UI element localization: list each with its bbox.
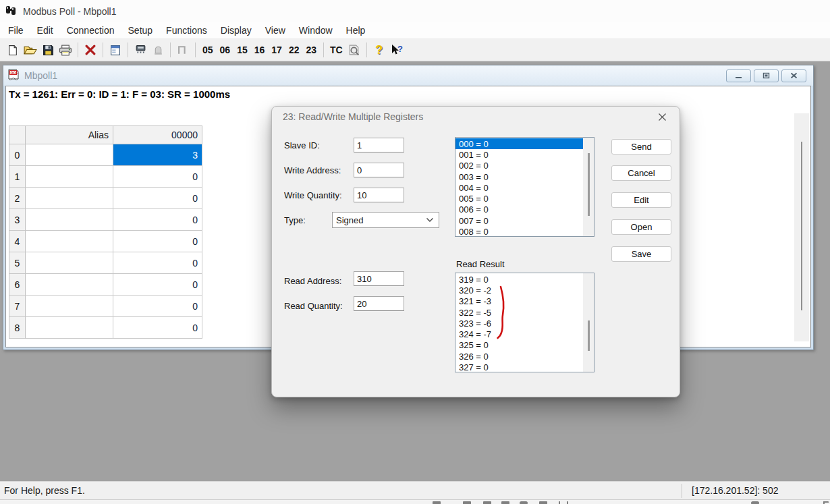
list-item[interactable]: 327 = 0 — [455, 362, 583, 372]
value-cell[interactable]: 3 — [113, 144, 202, 166]
write-quantity-input[interactable] — [354, 188, 404, 202]
slave-id-input[interactable] — [354, 138, 404, 152]
alias-cell[interactable] — [26, 317, 113, 339]
edit-button[interactable]: Edit — [611, 192, 671, 208]
row-header[interactable]: 2 — [9, 188, 26, 209]
function-button-22[interactable]: 22 — [285, 45, 303, 55]
read-list-scrollbar[interactable] — [583, 273, 594, 372]
value-cell[interactable]: 0 — [113, 209, 202, 231]
alias-cell[interactable] — [26, 209, 113, 231]
value-cell[interactable]: 0 — [113, 166, 202, 188]
list-item[interactable]: 322 = -5 — [455, 307, 583, 318]
type-dropdown[interactable]: Signed — [332, 212, 439, 228]
row-header[interactable]: 8 — [9, 317, 26, 339]
alias-cell[interactable] — [26, 231, 113, 252]
child-titlebar[interactable]: DOC Mbpoll1 — [3, 65, 813, 86]
row-header[interactable]: 5 — [9, 252, 26, 274]
alias-cell[interactable] — [26, 296, 113, 317]
list-item[interactable]: 003 = 0 — [455, 171, 583, 182]
minimize-button[interactable] — [726, 69, 751, 82]
function-button-15[interactable]: 15 — [233, 45, 251, 55]
list-item[interactable]: 325 = 0 — [455, 340, 583, 351]
list-item[interactable]: 006 = 0 — [455, 204, 583, 215]
alias-column-header[interactable]: Alias — [26, 125, 113, 144]
menu-item-setup[interactable]: Setup — [121, 24, 160, 37]
alias-cell[interactable] — [26, 188, 113, 209]
list-item[interactable]: 323 = -6 — [455, 318, 583, 329]
open-folder-icon[interactable] — [22, 41, 38, 59]
row-header[interactable]: 6 — [9, 274, 26, 296]
value-cell[interactable]: 0 — [113, 296, 202, 317]
list-item[interactable]: 005 = 0 — [455, 193, 583, 204]
alias-cell[interactable] — [26, 252, 113, 274]
menu-item-window[interactable]: Window — [292, 24, 339, 37]
write-list-scrollbar[interactable] — [583, 138, 594, 236]
list-item[interactable]: 324 = -7 — [455, 329, 583, 339]
list-item[interactable]: 320 = -2 — [455, 285, 583, 296]
alias-cell[interactable] — [26, 166, 113, 188]
read-result-listbox[interactable]: 319 = 0320 = -2321 = -3322 = -5323 = -63… — [455, 273, 594, 372]
list-item[interactable]: 008 = 0 — [455, 226, 583, 237]
row-header[interactable]: 7 — [9, 296, 26, 317]
function-button-16[interactable]: 16 — [251, 45, 269, 55]
print-icon[interactable] — [57, 41, 74, 59]
menu-item-display[interactable]: Display — [214, 24, 258, 37]
value-cell[interactable]: 0 — [113, 188, 202, 209]
write-values-listbox[interactable]: 000 = 0001 = 0002 = 0003 = 0004 = 0005 =… — [455, 137, 594, 237]
list-item[interactable]: 001 = 0 — [455, 149, 583, 160]
dialog-close-icon[interactable] — [655, 110, 669, 123]
function-button-23[interactable]: 23 — [302, 45, 320, 55]
read-address-input[interactable] — [354, 271, 404, 286]
vertical-scrollbar[interactable] — [794, 113, 809, 341]
register-grid: Alias 00000 031020304050607080 — [9, 125, 202, 339]
list-item[interactable]: 002 = 0 — [455, 161, 583, 171]
row-header[interactable]: 3 — [9, 209, 26, 231]
open-button[interactable]: Open — [611, 219, 671, 235]
address-column-header[interactable]: 00000 — [113, 125, 202, 144]
window-setup-icon[interactable] — [107, 41, 123, 59]
list-item[interactable]: 007 = 0 — [455, 215, 583, 226]
zoom-document-icon[interactable] — [346, 41, 362, 59]
write-address-input[interactable] — [354, 163, 404, 177]
row-header[interactable]: 0 — [9, 144, 26, 166]
read-quantity-input[interactable] — [354, 296, 404, 311]
value-cell[interactable]: 0 — [113, 252, 202, 274]
context-help-icon[interactable]: ? — [389, 41, 405, 59]
restore-button[interactable] — [754, 69, 779, 82]
save-icon[interactable] — [40, 41, 56, 59]
close-button[interactable] — [781, 69, 806, 82]
scrollbar-thumb[interactable] — [801, 142, 802, 310]
row-header[interactable]: 4 — [9, 231, 26, 252]
scrollbar-thumb[interactable] — [588, 153, 590, 216]
poll-definition-icon[interactable] — [132, 41, 148, 59]
menu-item-connection[interactable]: Connection — [60, 24, 121, 37]
disconnect-x-icon[interactable] — [82, 41, 99, 59]
new-document-icon[interactable] — [5, 41, 21, 59]
list-item[interactable]: 326 = 0 — [455, 351, 583, 362]
scrollbar-thumb[interactable] — [588, 320, 590, 351]
menu-item-edit[interactable]: Edit — [30, 24, 60, 37]
dialog-titlebar[interactable]: 23: Read/Write Multiple Registers — [272, 107, 680, 127]
function-button-05[interactable]: 05 — [199, 45, 217, 55]
alias-cell[interactable] — [26, 144, 113, 166]
value-cell[interactable]: 0 — [113, 231, 202, 252]
list-item[interactable]: 000 = 0 — [455, 138, 583, 149]
send-button[interactable]: Send — [611, 139, 671, 155]
about-icon[interactable]: ? — [371, 41, 387, 59]
test-center-button[interactable]: TC — [327, 45, 345, 55]
cancel-button[interactable]: Cancel — [611, 165, 671, 181]
value-cell[interactable]: 0 — [113, 274, 202, 296]
menu-item-view[interactable]: View — [258, 24, 292, 37]
list-item[interactable]: 004 = 0 — [455, 182, 583, 193]
menu-item-file[interactable]: File — [1, 24, 30, 37]
row-header[interactable]: 1 — [9, 166, 26, 188]
menu-item-help[interactable]: Help — [339, 24, 372, 37]
list-item[interactable]: 321 = -3 — [455, 296, 583, 307]
menu-item-functions[interactable]: Functions — [159, 24, 214, 37]
alias-cell[interactable] — [26, 274, 113, 296]
list-item[interactable]: 319 = 0 — [455, 274, 583, 285]
function-button-17[interactable]: 17 — [268, 45, 285, 55]
function-button-06[interactable]: 06 — [217, 45, 234, 55]
save-button[interactable]: Save — [611, 246, 671, 262]
value-cell[interactable]: 0 — [113, 317, 202, 339]
